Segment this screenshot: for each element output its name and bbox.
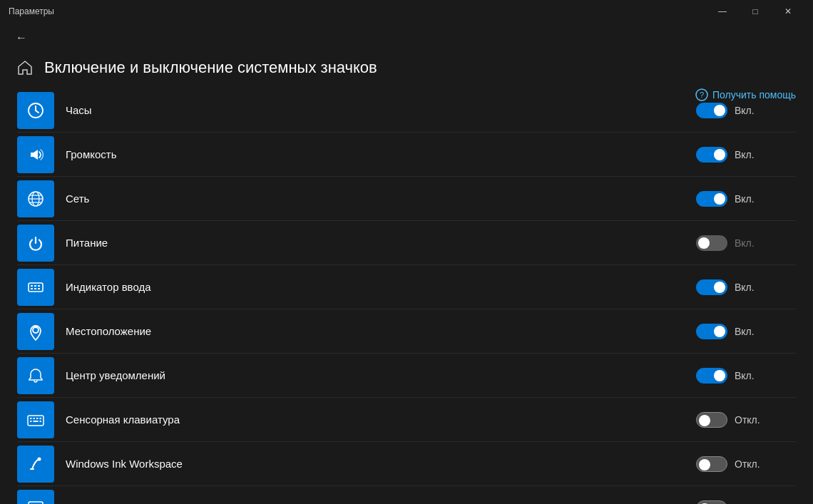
app-title: Параметры xyxy=(9,6,54,16)
title-bar-controls: — □ ✕ xyxy=(706,0,804,23)
svg-rect-24 xyxy=(30,421,32,422)
settings-item-ink: Windows Ink Workspace Откл. xyxy=(17,442,796,486)
location-icon xyxy=(17,313,54,350)
toggle-wrap-clock: Вкл. xyxy=(696,103,796,118)
toggle-knob-power xyxy=(698,237,710,249)
toggle-wrap-power: Вкл. xyxy=(696,235,796,251)
svg-rect-23 xyxy=(40,418,42,419)
title-bar: Параметры — □ ✕ xyxy=(0,0,813,23)
toggle-network[interactable] xyxy=(696,191,727,207)
svg-rect-14 xyxy=(38,285,40,287)
toggle-knob-location xyxy=(714,326,725,337)
title-bar-left: Параметры xyxy=(9,6,54,16)
close-button[interactable]: ✕ xyxy=(772,0,804,23)
toggle-knob-ink xyxy=(699,459,710,470)
svg-rect-13 xyxy=(34,285,36,287)
item-label-location: Местоположение xyxy=(66,325,696,337)
toggle-wrap-touch-panel: Откл. xyxy=(696,500,796,505)
toggle-label-ink: Откл. xyxy=(735,458,763,470)
toggle-knob-volume xyxy=(714,149,725,160)
svg-rect-16 xyxy=(34,288,36,289)
toggle-input[interactable] xyxy=(696,279,727,295)
clock-icon xyxy=(17,92,54,129)
toggle-wrap-location: Вкл. xyxy=(696,324,796,339)
minimize-button[interactable]: — xyxy=(706,0,739,23)
toggle-clock[interactable] xyxy=(696,103,727,118)
toggle-touch-kbd[interactable] xyxy=(696,412,727,428)
toggle-knob-clock xyxy=(714,105,725,116)
toggle-wrap-network: Вкл. xyxy=(696,191,796,207)
svg-rect-28 xyxy=(29,502,43,505)
help-icon: ? xyxy=(695,88,708,101)
toggle-wrap-ink: Откл. xyxy=(696,456,796,472)
svg-rect-11 xyxy=(29,283,43,292)
settings-item-power: Питание Вкл. xyxy=(17,221,796,265)
svg-rect-17 xyxy=(38,288,40,289)
toggle-wrap-volume: Вкл. xyxy=(696,147,796,163)
toggle-label-volume: Вкл. xyxy=(735,149,763,160)
toggle-knob-network xyxy=(714,193,725,205)
svg-rect-21 xyxy=(34,418,36,419)
item-label-ink: Windows Ink Workspace xyxy=(66,458,696,470)
settings-item-volume: Громкость Вкл. xyxy=(17,133,796,177)
input-icon xyxy=(17,269,54,306)
settings-item-touch-panel: Сенсорная панель Откл. xyxy=(17,486,796,504)
svg-rect-25 xyxy=(34,421,39,422)
help-label: Получить помощь xyxy=(712,89,796,101)
settings-item-input: Индикатор ввода Вкл. xyxy=(17,265,796,309)
back-button[interactable]: ← xyxy=(11,28,31,48)
toggle-power[interactable] xyxy=(696,235,727,251)
nav-bar: ← xyxy=(0,23,813,53)
toggle-knob-input xyxy=(714,282,725,293)
item-label-network: Сеть xyxy=(66,192,696,205)
svg-rect-12 xyxy=(31,285,33,287)
settings-item-location: Местоположение Вкл. xyxy=(17,309,796,354)
settings-item-network: Сеть Вкл. xyxy=(17,177,796,221)
toggle-label-clock: Вкл. xyxy=(735,105,763,116)
svg-rect-15 xyxy=(31,288,33,289)
svg-point-27 xyxy=(38,457,41,461)
toggle-label-input: Вкл. xyxy=(735,282,763,293)
toggle-knob-touch-kbd xyxy=(699,415,710,426)
page-header: Включение и выключение системных значков xyxy=(0,53,813,88)
svg-rect-20 xyxy=(30,418,32,419)
content-area: ? Получить помощь Часы Вкл. Громкость Вк… xyxy=(0,88,813,504)
toggle-touch-panel[interactable] xyxy=(696,500,727,505)
toggle-wrap-touch-kbd: Откл. xyxy=(696,412,796,428)
toggle-label-touch-kbd: Откл. xyxy=(735,414,763,426)
notif-icon xyxy=(17,357,54,394)
settings-item-touch-kbd: Сенсорная клавиатура Откл. xyxy=(17,398,796,442)
svg-text:?: ? xyxy=(700,91,704,99)
svg-line-4 xyxy=(36,110,39,113)
ink-icon xyxy=(17,446,54,483)
toggle-location[interactable] xyxy=(696,324,727,339)
keyboard-icon xyxy=(17,401,54,438)
toggle-label-location: Вкл. xyxy=(735,326,763,337)
toggle-volume[interactable] xyxy=(696,147,727,163)
toggle-notif[interactable] xyxy=(696,368,727,384)
volume-icon xyxy=(17,136,54,173)
toggle-ink[interactable] xyxy=(696,456,727,472)
maximize-button[interactable]: □ xyxy=(739,0,772,23)
power-icon xyxy=(17,225,54,262)
toggle-wrap-input: Вкл. xyxy=(696,279,796,295)
toggle-wrap-notif: Вкл. xyxy=(696,368,796,384)
home-icon[interactable] xyxy=(17,60,33,76)
page-title: Включение и выключение системных значков xyxy=(44,58,377,77)
item-label-clock: Часы xyxy=(66,104,696,116)
svg-rect-22 xyxy=(36,418,39,419)
toggle-label-power: Вкл. xyxy=(735,237,763,249)
svg-point-18 xyxy=(33,327,39,333)
settings-item-clock: Часы Вкл. xyxy=(17,88,796,133)
item-label-notif: Центр уведомлений xyxy=(66,369,696,381)
item-label-touch-kbd: Сенсорная клавиатура xyxy=(66,413,696,426)
item-label-power: Питание xyxy=(66,237,696,249)
toggle-label-network: Вкл. xyxy=(735,193,763,205)
toggle-label-notif: Вкл. xyxy=(735,370,763,381)
settings-item-notif: Центр уведомлений Вкл. xyxy=(17,354,796,398)
settings-list: Часы Вкл. Громкость Вкл. Сеть Вкл. xyxy=(17,88,796,504)
item-label-volume: Громкость xyxy=(66,148,696,160)
help-link[interactable]: ? Получить помощь xyxy=(695,88,796,101)
toggle-knob-notif xyxy=(714,370,725,381)
network-icon xyxy=(17,180,54,217)
